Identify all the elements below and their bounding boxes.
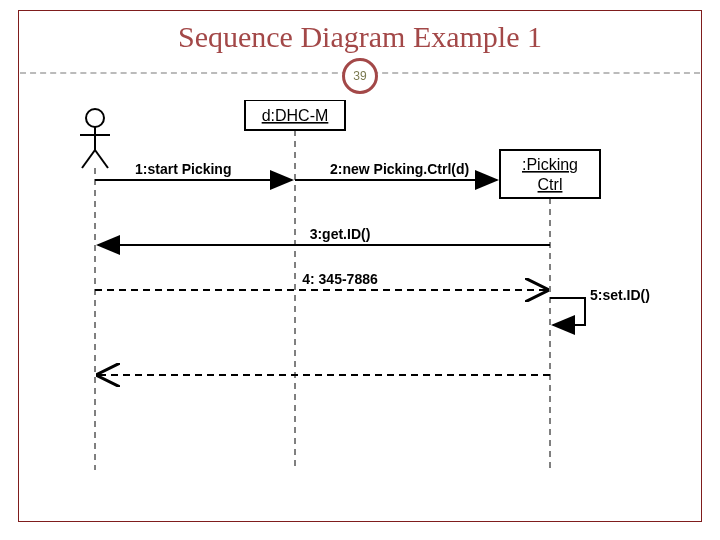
- page-number-badge: 39: [342, 58, 378, 94]
- sequence-diagram: d:DHC-M :Picking Ctrl 1:start Picking: [40, 100, 680, 500]
- object-picking-label-2: Ctrl: [538, 176, 563, 193]
- message-2-label: 2:new Picking.Ctrl(d): [330, 161, 469, 177]
- message-5-label: 5:set.ID(): [590, 287, 650, 303]
- svg-line-3: [82, 150, 95, 168]
- object-dhc-label: d:DHC-M: [262, 107, 329, 124]
- page-number: 39: [353, 69, 366, 83]
- message-5-arrow: [550, 298, 585, 325]
- diagram-svg: d:DHC-M :Picking Ctrl 1:start Picking: [40, 100, 680, 500]
- slide: Sequence Diagram Example 1 39 d:DHC-M :P…: [0, 0, 720, 540]
- svg-point-0: [86, 109, 104, 127]
- object-picking-label-1: :Picking: [522, 156, 578, 173]
- message-1-label: 1:start Picking: [135, 161, 231, 177]
- message-4-label: 4: 345-7886: [302, 271, 378, 287]
- message-3-label: 3:get.ID(): [310, 226, 371, 242]
- slide-title: Sequence Diagram Example 1: [0, 20, 720, 54]
- actor-icon: [80, 109, 110, 168]
- svg-line-4: [95, 150, 108, 168]
